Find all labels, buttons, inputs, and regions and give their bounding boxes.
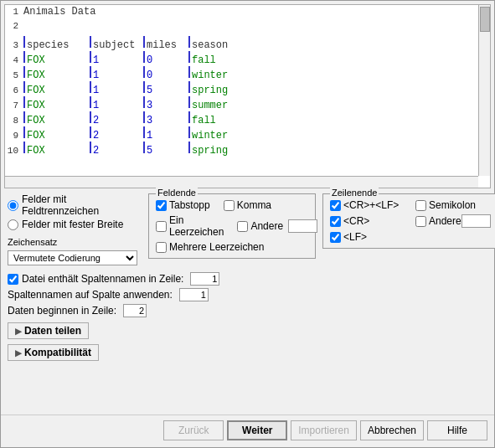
andere-z-label[interactable]: Andere (415, 215, 456, 227)
zeilenende-title: Zeilenende (330, 188, 379, 198)
cr-checkbox[interactable] (330, 216, 341, 227)
line-num-3: 3 (5, 40, 23, 50)
spaltenanwenden-row: Spaltennamen auf Spalte anwenden: (8, 288, 487, 301)
col-species-7: FOX (27, 100, 90, 111)
col-sep (90, 111, 91, 123)
col-sep (90, 51, 91, 63)
lf-checkbox[interactable] (330, 232, 341, 243)
col-sep (23, 111, 25, 123)
spaltennamen-label[interactable]: Datei enthält Spaltennamen in Zeile: (8, 273, 183, 285)
komma-checkbox[interactable] (224, 200, 235, 211)
spaltennamen-input[interactable] (190, 272, 219, 286)
col-species-9: FOX (27, 130, 90, 142)
radio-feste-breite[interactable]: Felder mit fester Breite (8, 219, 142, 230)
radio-felder-trennzeichen[interactable]: Felder mit Feldtrennzeichen (8, 193, 142, 217)
andere-z-input[interactable] (461, 214, 491, 228)
andere-z-text: Andere (429, 215, 461, 227)
back-button[interactable]: Zurück (163, 420, 224, 440)
komma-label[interactable]: Komma (224, 199, 271, 211)
spaltennamen-checkbox[interactable] (8, 274, 18, 285)
andere-z-checkbox[interactable] (415, 216, 426, 227)
daten-input[interactable] (123, 304, 147, 317)
col-sep (23, 66, 25, 78)
andere-checkbox[interactable] (237, 221, 248, 232)
tabstopp-checkbox[interactable] (156, 200, 167, 211)
line-num-9: 9 (5, 131, 23, 141)
daten-row: Daten beginnen in Zeile: (8, 304, 487, 317)
col-sep (23, 96, 25, 108)
andere-input[interactable] (288, 219, 317, 233)
bottom-fields: Datei enthält Spaltennamen in Zeile: 1 S… (8, 272, 487, 317)
line-num-4: 4 (5, 55, 23, 65)
col-sep (23, 81, 25, 93)
cr-lf-checkbox[interactable] (330, 200, 341, 211)
feldende-title: Feldende (156, 188, 198, 198)
cancel-button[interactable]: Abbrechen (360, 420, 424, 440)
col-sep (143, 51, 145, 63)
semikolon-checkbox[interactable] (415, 200, 426, 211)
cr-label[interactable]: <CR> (330, 215, 405, 227)
col-sep (90, 142, 91, 153)
options-row1: Felder mit Feldtrennzeichen Felder mit f… (8, 193, 487, 265)
col-miles-9: 1 (147, 130, 188, 142)
col-sep (188, 81, 190, 93)
options-area: Felder mit Feldtrennzeichen Felder mit f… (1, 188, 494, 411)
col-sep (143, 96, 145, 108)
col-subject-4: 1 (93, 54, 143, 66)
col-sep (188, 111, 190, 123)
semikolon-text: Semikolon (429, 199, 476, 211)
preview-content: 1 Animals Data 2 3 species subject miles… (5, 5, 478, 176)
col-sep (143, 81, 145, 93)
spaltennamen-text: Datei enthält Spaltennamen in Zeile: (22, 273, 183, 285)
line-num-7: 7 (5, 100, 23, 111)
zeilenende-groupbox: Zeilenende <CR>+<LF> Semikolon <CR> (322, 193, 495, 249)
kompatibilitaet-arrow: ▶ (15, 348, 22, 358)
feldende-groupbox: Feldende Tabstopp Komma Ein Leerzeichen (148, 193, 316, 259)
feldende-row2: Ein Leerzeichen Andere (156, 214, 308, 238)
col-miles-7: 3 (147, 100, 188, 111)
col-sep (23, 51, 25, 63)
ein-leerzeichen-label[interactable]: Ein Leerzeichen (156, 214, 224, 238)
komma-text: Komma (237, 199, 271, 211)
spaltenanwenden-input[interactable] (179, 288, 209, 301)
tabstopp-text: Tabstopp (169, 199, 210, 211)
vertical-scrollbar[interactable] (478, 5, 490, 176)
cr-lf-label[interactable]: <CR>+<LF> (330, 199, 405, 211)
line-num-2: 2 (5, 21, 23, 31)
ein-leerzeichen-checkbox[interactable] (156, 221, 167, 232)
andere-label[interactable]: Andere (237, 220, 283, 232)
next-button[interactable]: Weiter (227, 420, 287, 440)
col-subject-5: 1 (93, 70, 143, 81)
daten-teilen-button[interactable]: ▶ Daten teilen (8, 322, 89, 339)
col-sep (90, 126, 91, 138)
col-subject-10: 2 (93, 145, 143, 157)
daten-teilen-label: Daten teilen (24, 325, 81, 337)
radio-felder-trennzeichen-input[interactable] (8, 200, 18, 211)
line-num-1: 1 (5, 7, 23, 17)
col-sep (90, 66, 91, 78)
mehrere-leerzeichen-label[interactable]: Mehrere Leerzeichen (156, 241, 264, 253)
tabstopp-label[interactable]: Tabstopp (156, 199, 210, 211)
scrollbar-thumb[interactable] (480, 7, 490, 32)
lf-label[interactable]: <LF> (330, 231, 405, 243)
col-sep (143, 111, 145, 123)
col-sep (188, 36, 190, 48)
import-button[interactable]: Importieren (291, 420, 357, 440)
col-sep (188, 142, 190, 153)
daten-teilen-arrow: ▶ (15, 327, 22, 336)
col-sep (143, 36, 145, 48)
kompatibilitaet-button[interactable]: ▶ Kompatibilität (8, 344, 99, 361)
col-subject-h: subject (93, 39, 143, 51)
col-sep (188, 126, 190, 138)
feldende-row1: Tabstopp Komma (156, 199, 308, 211)
semikolon-label[interactable]: Semikolon (415, 199, 491, 211)
col-sep (90, 36, 91, 48)
col-subject-9: 2 (93, 130, 143, 142)
mehrere-leerzeichen-checkbox[interactable] (156, 242, 167, 253)
radio-feste-breite-input[interactable] (8, 219, 18, 230)
col-sep (90, 81, 91, 93)
kompatibilitaet-row: ▶ Kompatibilität (8, 344, 487, 361)
zeichensatz-select[interactable]: Vermutete Codierung (8, 250, 137, 265)
help-button[interactable]: Hilfe (427, 420, 487, 440)
horizontal-scrollbar[interactable] (5, 176, 478, 188)
